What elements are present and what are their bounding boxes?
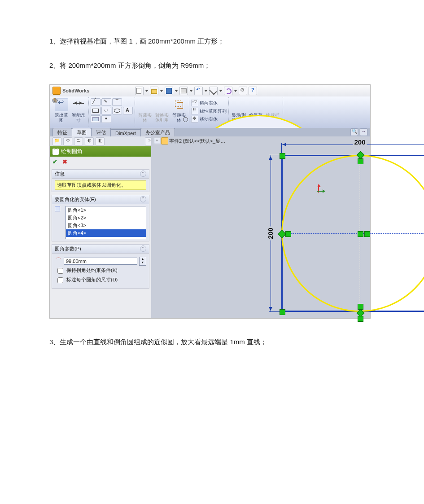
help-icon[interactable] bbox=[249, 87, 257, 95]
dimension-width-value: 200 bbox=[353, 138, 367, 146]
pm-params-section: 圆角参数(P)⌃ 99.00mm ▲▼ 保持拐角处约束条件(K) 标注每个圆角的… bbox=[52, 244, 149, 289]
sketch-relation-marker[interactable] bbox=[358, 316, 363, 322]
checkbox-input[interactable] bbox=[57, 277, 63, 283]
ellipse-tool-icon[interactable] bbox=[112, 107, 122, 114]
list-item-selected[interactable]: 圆角<4> bbox=[66, 229, 146, 237]
plane-tool-icon[interactable] bbox=[91, 115, 101, 123]
sketch-handle[interactable] bbox=[280, 309, 285, 315]
text-tool-icon[interactable] bbox=[123, 107, 133, 114]
fillet-tool-icon[interactable] bbox=[112, 98, 122, 106]
tab-evaluate[interactable]: 评估 bbox=[91, 128, 111, 136]
rect-tool-icon[interactable] bbox=[91, 107, 101, 114]
mirror-button[interactable]: 镜向实体 bbox=[191, 99, 227, 107]
extra-tab-icon[interactable]: ◧ bbox=[96, 137, 105, 145]
new-icon[interactable] bbox=[135, 87, 144, 95]
radius-input[interactable]: 99.00mm bbox=[64, 258, 137, 265]
pm-title: 绘制圆角 bbox=[50, 146, 151, 157]
pm-params-header-label: 圆角参数(P) bbox=[55, 246, 81, 251]
pm-info-header[interactable]: 信息⌃ bbox=[52, 170, 149, 179]
rebuild-icon[interactable] bbox=[224, 87, 232, 95]
sketch-relation-marker[interactable] bbox=[285, 231, 291, 237]
search-icon[interactable]: 🔍 bbox=[350, 128, 358, 136]
pm-title-text: 绘制圆角 bbox=[61, 148, 83, 155]
dropdown-icon[interactable] bbox=[234, 87, 237, 95]
save-icon[interactable] bbox=[165, 87, 173, 95]
dropdown-icon[interactable] bbox=[175, 87, 178, 95]
exit-sketch-label: 退出草图 bbox=[55, 113, 68, 123]
origin-icon bbox=[317, 184, 326, 193]
pm-entities-section: 要圆角化的实体(E)⌃ 圆角<1> 圆角<2> 圆角<3> 圆角<4> bbox=[52, 195, 149, 241]
solidworks-window: SolidWorks 退出草图 智能尺寸 bbox=[49, 84, 371, 319]
dropdown-icon[interactable] bbox=[145, 87, 149, 95]
tab-office[interactable]: 办公室产品 bbox=[140, 128, 175, 136]
cfg-tab-icon[interactable]: 🗀 bbox=[74, 137, 83, 145]
smart-dim-label: 智能尺寸 bbox=[72, 113, 85, 123]
pm-info-section: 信息⌃ 选取草图顶点或实体以圆角化。 bbox=[52, 169, 149, 192]
sketch-relation-marker[interactable] bbox=[364, 231, 370, 237]
pm-info-message: 选取草图顶点或实体以圆角化。 bbox=[55, 180, 146, 190]
dimension-height[interactable]: 200 bbox=[266, 155, 274, 312]
instruction-3: 3、生成一个由直线和倒角圆组成的近似圆，放大看最远端是 1mm 直线； bbox=[49, 337, 375, 347]
sketch-handle[interactable] bbox=[280, 153, 285, 159]
point-tool-icon[interactable] bbox=[101, 115, 111, 123]
list-item[interactable]: 圆角<3> bbox=[66, 222, 146, 229]
keep-constraint-label: 保持拐角处约束条件(K) bbox=[66, 267, 118, 273]
sketch-relation-marker[interactable] bbox=[358, 304, 363, 310]
expand-tree-icon[interactable]: + bbox=[154, 138, 160, 144]
command-tabs: 特征 草图 评估 DimXpert 办公室产品 🔍 ↔ bbox=[50, 128, 370, 137]
fm-tab-icon[interactable]: 📁 bbox=[52, 137, 61, 145]
tab-features[interactable]: 特征 bbox=[52, 128, 72, 136]
entities-list[interactable]: 圆角<1> 圆角<2> 圆角<3> 圆角<4> bbox=[66, 206, 146, 239]
checkbox-input[interactable] bbox=[57, 268, 63, 274]
spline-tool-icon[interactable] bbox=[101, 98, 111, 106]
dimension-width[interactable]: 200 bbox=[281, 140, 424, 148]
flyout-tree[interactable]: + 零件2 (默认<<默认>_显… bbox=[154, 137, 225, 145]
tab-dimxpert[interactable]: DimXpert bbox=[110, 129, 141, 136]
sketch-relation-marker[interactable] bbox=[358, 231, 363, 237]
chevron-up-icon: ⌃ bbox=[140, 196, 146, 202]
mirror-icon bbox=[191, 100, 198, 106]
pm-tab-icon[interactable]: ⚙ bbox=[63, 137, 72, 145]
trim-button[interactable]: 剪裁实体 bbox=[137, 97, 153, 127]
open-icon[interactable] bbox=[150, 87, 158, 95]
centerline-horizontal[interactable] bbox=[281, 233, 424, 234]
dimension-height-value: 200 bbox=[267, 226, 274, 240]
keep-constraint-checkbox[interactable]: 保持拐角处约束条件(K) bbox=[56, 267, 145, 275]
line-tool-icon[interactable] bbox=[91, 98, 101, 106]
graphics-area[interactable]: + 零件2 (默认<<默认>_显… 200 200 bbox=[151, 136, 370, 318]
print-icon[interactable] bbox=[179, 87, 188, 95]
arc-tool-icon[interactable] bbox=[101, 107, 111, 114]
dropdown-icon[interactable] bbox=[160, 87, 163, 95]
dim-each-checkbox[interactable]: 标注每个圆角的尺寸(D) bbox=[56, 277, 145, 285]
list-item[interactable]: 圆角<2> bbox=[66, 214, 146, 222]
expand-icon[interactable]: ↔ bbox=[360, 128, 367, 136]
list-item[interactable]: 圆角<1> bbox=[66, 206, 146, 214]
sketch-relation-marker[interactable] bbox=[358, 158, 363, 164]
offset-button[interactable]: 等距实体 bbox=[171, 97, 187, 127]
tab-sketch[interactable]: 草图 bbox=[72, 128, 92, 136]
disp-tab-icon[interactable]: ◐ bbox=[85, 137, 94, 145]
pattern-button[interactable]: 线性草图阵列 bbox=[191, 107, 227, 115]
dropdown-icon[interactable] bbox=[189, 87, 193, 95]
solidworks-logo-icon bbox=[52, 87, 61, 95]
select-icon[interactable] bbox=[209, 87, 218, 95]
cancel-button[interactable]: ✖ bbox=[62, 158, 69, 165]
pm-params-header[interactable]: 圆角参数(P)⌃ bbox=[52, 245, 149, 254]
undo-icon[interactable] bbox=[194, 87, 203, 95]
move-button[interactable]: 移动实体 bbox=[191, 115, 227, 123]
move-icon bbox=[191, 116, 198, 123]
spin-button[interactable]: ▲▼ bbox=[139, 257, 146, 266]
smart-dim-button[interactable]: 智能尺寸 bbox=[70, 97, 87, 127]
sketch-fillet-icon bbox=[52, 149, 59, 155]
ribbon: 退出草图 智能尺寸 剪裁实体 转换实体引用 等距实体 镜向实体 线性草图阵列 移… bbox=[50, 96, 370, 129]
dropdown-icon[interactable] bbox=[219, 87, 223, 95]
repair-icon bbox=[249, 98, 262, 112]
property-manager: 绘制圆角 ✔ ✖ 信息⌃ 选取草图顶点或实体以圆角化。 要圆角化的实体(E)⌃ … bbox=[50, 146, 152, 318]
mirror-label: 镜向实体 bbox=[200, 100, 218, 106]
ok-button[interactable]: ✔ bbox=[52, 158, 59, 165]
panel-tabs: 📁 ⚙ 🗀 ◐ ◧ » bbox=[50, 136, 154, 147]
dropdown-icon[interactable] bbox=[204, 87, 208, 95]
convert-button[interactable]: 转换实体引用 bbox=[154, 97, 170, 127]
pm-entities-header[interactable]: 要圆角化的实体(E)⌃ bbox=[52, 195, 149, 204]
options-icon[interactable] bbox=[239, 87, 247, 95]
